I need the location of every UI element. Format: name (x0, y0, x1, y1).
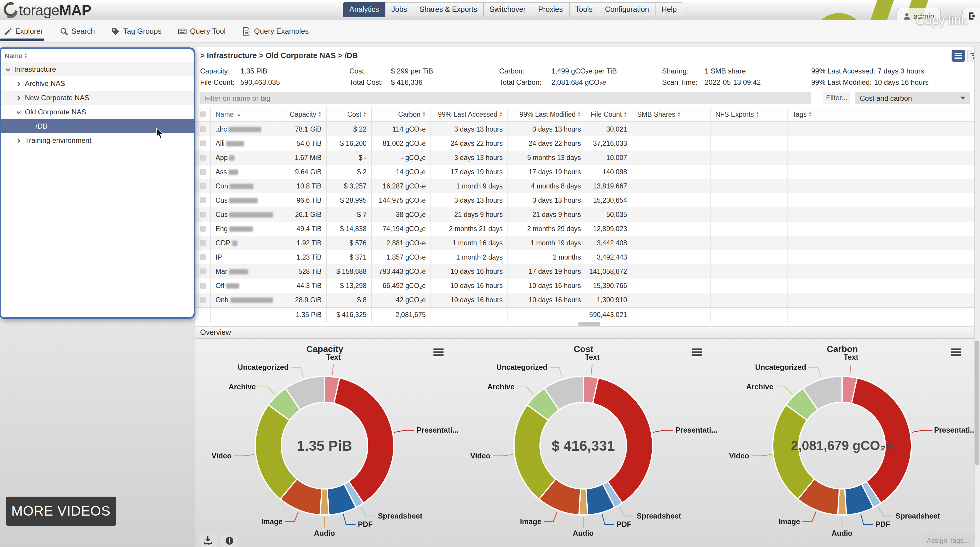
column-header-file_count[interactable]: File Count▲▼ (586, 107, 632, 121)
tree-item-infrastructure[interactable]: Infrastructure (1, 62, 194, 77)
cell-last_accessed: 3 days 13 hours (431, 122, 508, 136)
column-header-smb_shares[interactable]: SMB Shares▲▼ (632, 107, 711, 121)
column-label: NFS Exports (715, 111, 754, 118)
row-checkbox[interactable] (200, 212, 206, 217)
row-checkbox[interactable] (200, 169, 206, 175)
table-row[interactable]: Off44.3 TiB$ 13,29866,492 gCO₂e10 days 1… (196, 279, 974, 293)
document-icon (242, 27, 250, 35)
column-header-nfs_exports[interactable]: NFS Exports▲▼ (711, 107, 788, 121)
row-checkbox[interactable] (200, 297, 206, 303)
chevron-down-icon[interactable] (16, 109, 21, 115)
cell-tags (788, 136, 974, 150)
row-checkbox[interactable] (200, 268, 206, 274)
table-row[interactable]: .drc78.1 GiB$ 22114 gCO₂e3 days 13 hours… (196, 122, 974, 136)
cell-tags (788, 179, 974, 193)
table-row[interactable]: Ass9.64 GiB$ 214 gCO₂e17 days 19 hours17… (196, 165, 974, 179)
subnav-item-tag-groups[interactable]: Tag Groups (109, 20, 164, 42)
table-row[interactable]: Cus26.1 GiB$ 738 gCO₂e21 days 9 hours21 … (196, 207, 974, 222)
subnav-item-query-tool[interactable]: Query Tool (176, 20, 228, 42)
tab-tools[interactable]: Tools (569, 2, 599, 17)
tab-help[interactable]: Help (655, 2, 683, 17)
breadcrumb-item-db[interactable]: /DB (345, 51, 358, 60)
cell-name: Alli (211, 136, 278, 150)
cell-smb_shares (632, 222, 711, 236)
row-name-text: Off (216, 282, 224, 289)
filter-button[interactable]: Filter... (823, 92, 850, 104)
tree-item-new-corporate-nas[interactable]: New Corporate NAS (1, 91, 194, 105)
tab-jobs[interactable]: Jobs (385, 2, 414, 17)
table-row[interactable]: Con10.8 TiB$ 3,25716,287 gCO₂e1 month 9 … (196, 179, 974, 193)
column-header-last_modified[interactable]: 99% Last Modified▲▼ (508, 107, 586, 121)
more-videos-overlay[interactable]: MORE VIDEOS (6, 497, 116, 526)
stat-value: $ 416,336 (391, 78, 423, 86)
table-row[interactable]: Onb28.9 GiB$ 842 gCO₂e10 days 16 hours10… (196, 293, 974, 307)
column-header-carbon[interactable]: Carbon▲▼ (372, 107, 431, 121)
filter-input[interactable] (200, 92, 811, 104)
breadcrumb-item-old-corporate-nas[interactable]: Old Corporate NAS (266, 51, 336, 60)
cell-file_count: 3,442,408 (586, 236, 632, 250)
tab-configuration[interactable]: Configuration (598, 2, 655, 17)
tree-item-archive-nas[interactable]: Archive NAS (1, 77, 194, 91)
chevron-right-icon[interactable] (16, 95, 21, 100)
row-checkbox[interactable] (200, 183, 206, 189)
assign-tags-button[interactable]: Assign Tags... (922, 534, 974, 547)
table-row[interactable]: Mar528 TiB$ 158,688793,443 gCO₂e10 days … (196, 264, 974, 279)
cell-tags (788, 264, 974, 279)
row-checkbox[interactable] (200, 126, 206, 132)
select-all-checkbox[interactable] (200, 112, 206, 117)
tab-analytics[interactable]: Analytics (343, 2, 385, 17)
tree-header[interactable]: Name ▲▼ (1, 49, 194, 62)
scrollbar-thumb[interactable] (975, 341, 979, 465)
segment-label-presentation: Presentati... (675, 426, 718, 434)
list-view-button[interactable] (951, 50, 965, 62)
tab-shares-exports[interactable]: Shares & Exports (413, 2, 484, 17)
chart-preset-select[interactable]: Cost and carbon (855, 92, 970, 104)
subnav-item-explorer[interactable]: Explorer (1, 20, 45, 42)
segment-label-spreadsheet: Spreadsheet (895, 512, 940, 520)
tab-proxies[interactable]: Proxies (532, 2, 570, 17)
stat-label: Capacity: (200, 67, 240, 75)
tree-item-db[interactable]: /DB (1, 119, 194, 133)
table-row[interactable]: Alli54.0 TiB$ 16,20081,002 gCO₂e24 days … (196, 136, 974, 150)
table-row[interactable]: IP1.23 TiB$ 3711,857 gCO₂e1 month 2 days… (196, 250, 974, 264)
subnav-item-query-examples[interactable]: Query Examples (240, 20, 311, 42)
stat-column-1: Capacity:1.35 PiBFile Count:590,463,035 (200, 62, 349, 90)
cell-carbon: 38 gCO₂e (372, 207, 431, 222)
row-checkbox[interactable] (200, 140, 206, 147)
vertical-scrollbar[interactable] (974, 48, 980, 547)
table-row[interactable]: Eng49.4 TiB$ 14,83874,194 gCO₂e2 months … (196, 222, 974, 236)
chevron-down-icon[interactable] (5, 67, 10, 72)
resize-handle[interactable] (578, 322, 600, 326)
row-checkbox[interactable] (200, 240, 206, 246)
table-row[interactable]: App1.67 MiB$ -- gCO₂e3 days 13 hours5 mo… (196, 150, 974, 165)
chevron-right-icon[interactable] (16, 81, 21, 86)
row-checkbox[interactable] (200, 226, 206, 232)
table-row[interactable]: Cus96.6 TiB$ 28,995144,975 gCO₂e3 days 1… (196, 193, 974, 207)
column-header-name[interactable]: Name▲ (211, 107, 278, 121)
row-checkbox[interactable] (200, 254, 206, 260)
cell-capacity: 1.23 TiB (278, 250, 327, 264)
column-header-tags[interactable]: Tags▲▼ (788, 107, 974, 121)
row-checkbox[interactable] (200, 283, 206, 289)
column-header-cost[interactable]: Cost▲▼ (327, 107, 372, 121)
tree-item-old-corporate-nas[interactable]: Old Corporate NAS (1, 105, 194, 119)
row-checkbox[interactable] (200, 155, 206, 161)
tree-item-training-environment[interactable]: Training environment (1, 133, 194, 148)
segment-label-spreadsheet: Spreadsheet (636, 512, 681, 520)
chevron-right-icon[interactable] (16, 138, 21, 143)
copy-link-overlay[interactable]: Copy link (916, 13, 967, 27)
column-header-capacity[interactable]: Capacity▲▼ (278, 107, 327, 121)
label-leader-line (258, 387, 275, 395)
tab-switchover[interactable]: Switchover (483, 2, 532, 17)
column-header-checkbox[interactable] (196, 107, 211, 121)
download-csv-button[interactable]: CSV (199, 534, 217, 547)
info-button[interactable] (220, 534, 238, 547)
column-header-last_accessed[interactable]: 99% Last Accessed▲▼ (431, 107, 508, 121)
table-row[interactable]: GDP1.92 TiB$ 5762,881 gCO₂e1 month 16 da… (196, 236, 974, 250)
cell-cost: $ 371 (327, 250, 372, 264)
breadcrumb-item-infrastructure[interactable]: Infrastructure (207, 51, 257, 60)
row-checkbox[interactable] (200, 197, 206, 203)
subnav-item-search[interactable]: Search (57, 20, 97, 42)
sort-asc-icon: ▲ (237, 112, 241, 116)
stat-value: 1,499 gCO₂e per TiB (551, 67, 617, 75)
